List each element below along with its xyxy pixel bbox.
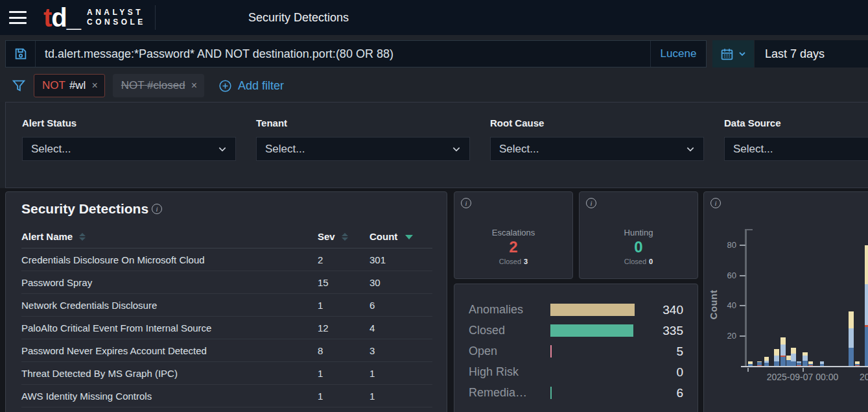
table-row[interactable]: PaloAlto Critical Event From Internal So… bbox=[21, 317, 432, 339]
bar-segment-red bbox=[797, 365, 801, 366]
stacked-bar[interactable] bbox=[808, 361, 813, 366]
filter-chip-not-wl[interactable]: NOT #wl × bbox=[34, 74, 105, 97]
sev-cell: 1 bbox=[318, 294, 369, 317]
table-row[interactable]: Credentials Disclosure On Microsoft Clou… bbox=[21, 248, 432, 271]
hunting-card[interactable]: i Hunting 0 Closed0 bbox=[579, 191, 698, 279]
escalations-card[interactable]: i Escalations 2 Closed3 bbox=[454, 191, 573, 279]
date-picker-button[interactable] bbox=[712, 40, 754, 67]
bar-segment-steel bbox=[791, 361, 796, 366]
chip-label: NOT #closed bbox=[121, 79, 185, 92]
calendar-icon bbox=[720, 47, 734, 61]
stacked-bar[interactable] bbox=[797, 361, 801, 366]
info-icon[interactable]: i bbox=[586, 198, 596, 208]
y-tick-label: 40 bbox=[714, 300, 736, 310]
facet-label: Tenant bbox=[256, 117, 470, 128]
query-input[interactable]: td.alert.message:*Password* AND NOT dest… bbox=[45, 47, 650, 61]
bar-segment-cream bbox=[791, 348, 796, 354]
syntax-toggle-lucene[interactable]: Lucene bbox=[650, 41, 706, 67]
add-filter-label: Add filter bbox=[238, 79, 284, 93]
bar-segment-steel bbox=[764, 363, 769, 366]
sev-cell: 2 bbox=[318, 248, 369, 271]
sort-icon[interactable] bbox=[342, 233, 348, 241]
hbar-track bbox=[550, 324, 636, 337]
bar-segment-cream bbox=[786, 356, 791, 360]
hbar-fill[interactable] bbox=[550, 387, 552, 399]
hbar-row: Open5 bbox=[469, 343, 683, 360]
app-logo: td_ ANALYSTCONSOLE bbox=[43, 5, 146, 30]
column-header-count[interactable]: Count bbox=[369, 231, 432, 248]
hbar-category-label: Open bbox=[469, 345, 550, 358]
column-header-sev[interactable]: Sev bbox=[318, 231, 369, 248]
hbar-category-label: Anomalies bbox=[469, 303, 550, 317]
hbar-row: High Risk0 bbox=[469, 363, 683, 381]
hbar-row: Remedia…6 bbox=[469, 384, 683, 402]
alert-name-cell: AWS Identity Missing Controls bbox=[21, 385, 318, 407]
info-icon[interactable]: i bbox=[710, 198, 721, 208]
chevron-down-icon bbox=[686, 145, 695, 154]
hbar-row: Anomalies340 bbox=[469, 301, 683, 319]
chevron-down-icon bbox=[452, 145, 461, 154]
status-bar-chart-panel: Anomalies340Closed335Open5High Risk0Reme… bbox=[454, 284, 698, 412]
info-icon[interactable]: i bbox=[461, 198, 471, 208]
column-header-alert-name[interactable]: Alert Name bbox=[21, 231, 318, 248]
chip-remove-icon[interactable]: × bbox=[191, 80, 197, 91]
sort-desc-icon[interactable] bbox=[405, 235, 413, 239]
table-row[interactable]: Password Never Expires Account Detected8… bbox=[21, 339, 432, 362]
chip-remove-icon[interactable]: × bbox=[91, 80, 97, 91]
root-cause-select[interactable]: Select... bbox=[490, 137, 704, 161]
stacked-bar[interactable] bbox=[774, 349, 779, 366]
stacked-bar[interactable] bbox=[757, 361, 762, 366]
kpi-closed-line: Closed0 bbox=[580, 258, 698, 265]
table-row[interactable]: AWS Identity Missing Controls11 bbox=[21, 385, 432, 407]
add-filter-button[interactable]: Add filter bbox=[218, 79, 284, 93]
stacked-bar[interactable] bbox=[855, 361, 860, 366]
chevron-down-icon bbox=[738, 50, 746, 58]
hbar-fill[interactable] bbox=[550, 304, 635, 316]
save-query-button[interactable] bbox=[6, 41, 36, 67]
bar-segment-cream bbox=[774, 349, 779, 355]
count-cell: 4 bbox=[369, 317, 432, 339]
sort-icon[interactable] bbox=[79, 233, 86, 241]
stacked-bar[interactable] bbox=[764, 357, 769, 366]
data-source-select[interactable]: Select... bbox=[724, 137, 868, 161]
table-row[interactable]: Threat Detected By MS Graph (IPC)11 bbox=[21, 362, 432, 385]
count-cell: 3 bbox=[369, 339, 432, 362]
bar-segment-steel bbox=[803, 361, 808, 366]
alert-name-cell: Password Spray bbox=[21, 271, 318, 294]
table-row[interactable]: Password Spray1530 bbox=[21, 271, 432, 294]
sev-cell: 15 bbox=[318, 271, 369, 294]
select-value: Select... bbox=[31, 143, 71, 156]
stacked-bar[interactable] bbox=[849, 311, 854, 366]
count-cell: 1 bbox=[369, 385, 432, 407]
stacked-bar[interactable] bbox=[780, 337, 786, 366]
time-range-picker[interactable]: Last 7 days bbox=[755, 40, 868, 67]
stacked-bar[interactable] bbox=[748, 361, 753, 366]
y-tick bbox=[740, 245, 745, 246]
y-tick bbox=[740, 335, 745, 337]
count-cell: 6 bbox=[369, 294, 432, 317]
select-value: Select... bbox=[733, 143, 773, 156]
hbar-fill[interactable] bbox=[550, 345, 552, 357]
filter-chip-not-closed[interactable]: NOT #closed × bbox=[113, 74, 204, 97]
stacked-bar[interactable] bbox=[865, 245, 868, 366]
plus-circle-icon bbox=[218, 79, 232, 93]
y-tick bbox=[740, 305, 745, 306]
detections-table: Alert Name Sev Count Credentials Disclos… bbox=[21, 231, 432, 407]
chevron-down-icon bbox=[218, 145, 227, 154]
kpi-value: 2 bbox=[454, 238, 572, 256]
hbar-fill[interactable] bbox=[550, 324, 633, 337]
table-row[interactable]: Network Credentials Disclosure16 bbox=[21, 294, 432, 317]
alert-status-select[interactable]: Select... bbox=[22, 137, 236, 161]
detections-timeline-panel: i Count 204060802025-09-07 00:0020 bbox=[703, 191, 868, 412]
tenant-select[interactable]: Select... bbox=[256, 137, 470, 161]
hamburger-menu-icon[interactable] bbox=[9, 11, 27, 24]
kpi-value: 0 bbox=[580, 238, 698, 256]
stacked-bar[interactable] bbox=[786, 356, 791, 366]
stacked-bar[interactable] bbox=[791, 348, 796, 366]
search-bar: td.alert.message:*Password* AND NOT dest… bbox=[5, 40, 707, 67]
kpi-label: Hunting bbox=[580, 228, 698, 237]
stacked-bar[interactable] bbox=[820, 361, 824, 366]
info-icon[interactable]: i bbox=[152, 204, 162, 214]
topbar-divider bbox=[155, 5, 156, 30]
stacked-bar[interactable] bbox=[803, 352, 808, 366]
